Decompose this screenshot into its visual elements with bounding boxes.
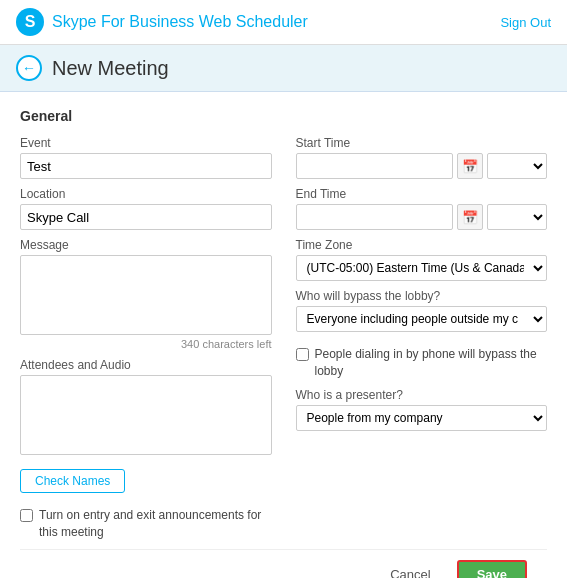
start-time-row: 📅 8:00 AM 8:30 AM 9:00 AM: [296, 153, 548, 179]
app-header: S Skype For Business Web Scheduler Sign …: [0, 0, 567, 45]
presenter-label: Who is a presenter?: [296, 388, 548, 402]
end-time-group: End Time 📅 9:00 AM 9:30 AM 10:00 AM: [296, 187, 548, 230]
entry-exit-checkbox[interactable]: [20, 509, 33, 522]
title-bar: ← New Meeting: [0, 45, 567, 92]
app-title: Skype For Business Web Scheduler: [52, 13, 308, 31]
calendar-icon-end: 📅: [462, 210, 478, 225]
calendar-icon: 📅: [462, 159, 478, 174]
location-group: Location: [20, 187, 272, 230]
start-calendar-button[interactable]: 📅: [457, 153, 483, 179]
form-left-column: Event Location Message 340 characters le…: [20, 136, 272, 541]
phone-bypass-checkbox[interactable]: [296, 348, 309, 361]
sign-out-link[interactable]: Sign Out: [500, 15, 551, 30]
start-date-input[interactable]: [296, 153, 454, 179]
message-group: Message 340 characters left: [20, 238, 272, 350]
message-label: Message: [20, 238, 272, 252]
event-label: Event: [20, 136, 272, 150]
end-time-label: End Time: [296, 187, 548, 201]
attendees-label: Attendees and Audio: [20, 358, 272, 372]
presenter-select[interactable]: People from my company Everyone Only org…: [296, 405, 548, 431]
end-calendar-button[interactable]: 📅: [457, 204, 483, 230]
location-label: Location: [20, 187, 272, 201]
entry-exit-group: Turn on entry and exit announcements for…: [20, 507, 272, 541]
phone-bypass-label: People dialing in by phone will bypass t…: [315, 346, 548, 380]
presenter-group: Who is a presenter? People from my compa…: [296, 388, 548, 431]
back-icon: ←: [22, 60, 36, 76]
timezone-select[interactable]: (UTC-05:00) Eastern Time (Us & Canada UT…: [296, 255, 548, 281]
start-time-group: Start Time 📅 8:00 AM 8:30 AM 9:00 AM: [296, 136, 548, 179]
end-time-row: 📅 9:00 AM 9:30 AM 10:00 AM: [296, 204, 548, 230]
char-count: 340 characters left: [20, 338, 272, 350]
attendees-group: Attendees and Audio: [20, 358, 272, 455]
lobby-select[interactable]: Everyone including people outside my c P…: [296, 306, 548, 332]
event-input[interactable]: [20, 153, 272, 179]
timezone-group: Time Zone (UTC-05:00) Eastern Time (Us &…: [296, 238, 548, 281]
entry-exit-label: Turn on entry and exit announcements for…: [39, 507, 272, 541]
lobby-label: Who will bypass the lobby?: [296, 289, 548, 303]
skype-logo-icon: S: [16, 8, 44, 36]
location-input[interactable]: [20, 204, 272, 230]
form-grid: Event Location Message 340 characters le…: [20, 136, 547, 541]
form-footer: Cancel Save: [20, 549, 547, 578]
end-date-input[interactable]: [296, 204, 454, 230]
timezone-label: Time Zone: [296, 238, 548, 252]
header-left: S Skype For Business Web Scheduler: [16, 8, 308, 36]
phone-bypass-group: People dialing in by phone will bypass t…: [296, 346, 548, 380]
event-group: Event: [20, 136, 272, 179]
attendees-box[interactable]: [20, 375, 272, 455]
lobby-group: Who will bypass the lobby? Everyone incl…: [296, 289, 548, 332]
form-right-column: Start Time 📅 8:00 AM 8:30 AM 9:00 AM: [296, 136, 548, 541]
start-time-label: Start Time: [296, 136, 548, 150]
back-button[interactable]: ←: [16, 55, 42, 81]
cancel-button[interactable]: Cancel: [372, 562, 448, 578]
message-textarea[interactable]: [20, 255, 272, 335]
page-title: New Meeting: [52, 57, 169, 80]
general-section-title: General: [20, 108, 547, 124]
main-content: General Event Location Message 340 chara…: [0, 92, 567, 578]
start-time-select[interactable]: 8:00 AM 8:30 AM 9:00 AM: [487, 153, 547, 179]
end-time-select[interactable]: 9:00 AM 9:30 AM 10:00 AM: [487, 204, 547, 230]
save-button[interactable]: Save: [457, 560, 527, 578]
check-names-button[interactable]: Check Names: [20, 469, 125, 493]
